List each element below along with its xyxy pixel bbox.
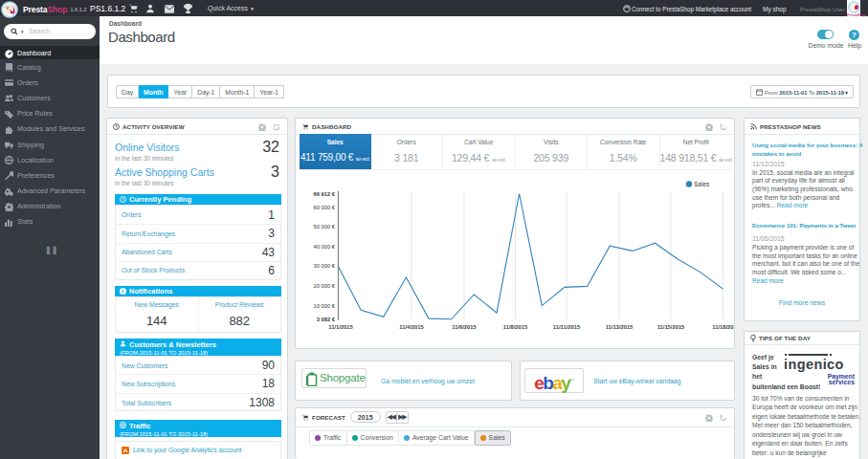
svg-text:11/8/2015: 11/8/2015	[503, 323, 528, 329]
svg-text:11/11/2015: 11/11/2015	[553, 323, 581, 329]
svg-text:11/6/2015: 11/6/2015	[452, 323, 477, 329]
svg-text:3 082 €: 3 082 €	[317, 317, 336, 322]
svg-text:60 000 €: 60 000 €	[313, 204, 335, 209]
svg-text:40 000 €: 40 000 €	[313, 243, 335, 249]
svg-text:30 000 €: 30 000 €	[313, 263, 335, 269]
svg-text:11/15/2015: 11/15/2015	[657, 323, 685, 329]
svg-text:50 000 €: 50 000 €	[313, 224, 335, 230]
svg-text:Sales: Sales	[694, 181, 710, 187]
svg-text:11/4/2015: 11/4/2015	[399, 323, 424, 329]
svg-text:10 000 €: 10 000 €	[313, 302, 335, 308]
svg-text:11/1/2015: 11/1/2015	[328, 323, 353, 329]
svg-text:66 912 €: 66 912 €	[313, 190, 335, 196]
svg-text:11/18/201: 11/18/201	[712, 323, 735, 329]
svg-text:20 000 €: 20 000 €	[313, 283, 335, 289]
svg-text:11/13/2015: 11/13/2015	[606, 323, 634, 329]
